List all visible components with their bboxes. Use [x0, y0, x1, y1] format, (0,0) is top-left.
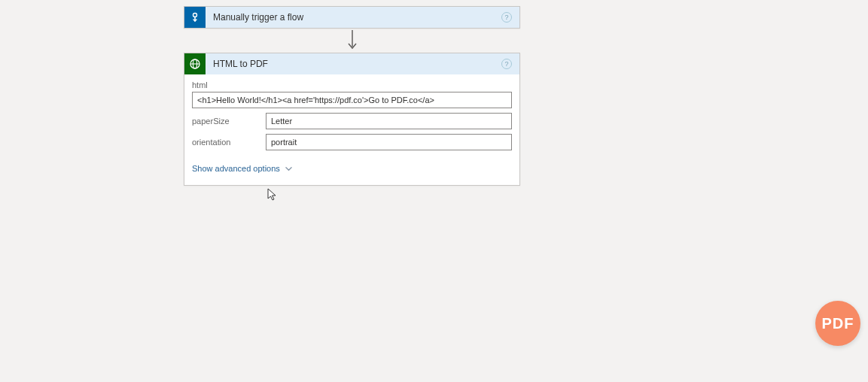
field-orientation: orientation	[192, 134, 512, 150]
trigger-title: Manually trigger a flow	[213, 12, 519, 23]
trigger-card[interactable]: Manually trigger a flow ?	[184, 6, 520, 29]
show-advanced-options-link[interactable]: Show advanced options	[192, 164, 292, 173]
field-papersize: paperSize	[192, 113, 512, 129]
mouse-cursor-icon	[267, 188, 278, 202]
svg-point-0	[193, 14, 197, 17]
html-label: html	[192, 80, 512, 89]
advanced-options-label: Show advanced options	[192, 164, 280, 173]
trigger-header[interactable]: Manually trigger a flow ?	[184, 7, 519, 28]
globe-icon	[189, 58, 201, 70]
action-body: html paperSize orientation Show advanced…	[184, 74, 519, 185]
orientation-input[interactable]	[266, 134, 512, 150]
field-html: html	[192, 80, 512, 108]
action-icon	[184, 53, 206, 74]
pdf-badge-text: PDF	[822, 315, 854, 332]
help-icon[interactable]: ?	[501, 59, 512, 69]
flow-connector	[184, 29, 520, 53]
papersize-label: paperSize	[192, 117, 266, 126]
action-card[interactable]: HTML to PDF ? html paperSize orientation…	[184, 53, 520, 186]
orientation-label: orientation	[192, 138, 266, 147]
chevron-down-icon	[285, 165, 292, 172]
papersize-input[interactable]	[266, 113, 512, 129]
html-input[interactable]	[192, 92, 512, 108]
trigger-icon	[184, 7, 206, 28]
help-icon[interactable]: ?	[501, 12, 512, 23]
action-header[interactable]: HTML to PDF ?	[184, 53, 519, 74]
action-title: HTML to PDF	[213, 59, 519, 69]
pdf-badge[interactable]: PDF	[815, 301, 860, 346]
